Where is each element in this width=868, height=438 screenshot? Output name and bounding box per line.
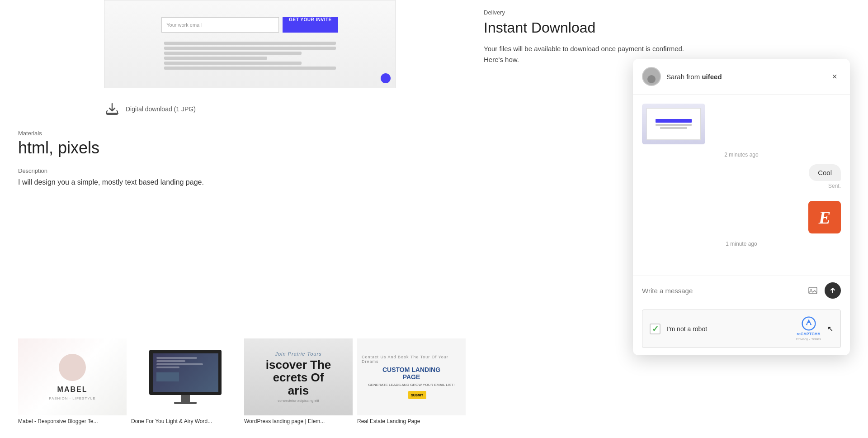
email-form-mock: Your work email GET YOUR INVITE: [161, 17, 338, 33]
materials-value: html, pixels: [18, 138, 448, 157]
digital-download-label: Digital download (1 JPG): [126, 105, 196, 113]
recaptcha-label: I'm not a robot: [667, 325, 790, 333]
attach-image-button[interactable]: [807, 284, 819, 297]
thumb-image-mabel: MABEL FASHION · LIFESTYLE: [18, 338, 127, 415]
thumb-line: [660, 127, 687, 129]
chat-header: Sarah from uifeed ×: [633, 59, 850, 95]
product-image: Your work email GET YOUR INVITE: [104, 0, 396, 88]
thumbnail-item[interactable]: Done For You Light & Airy Word...: [131, 338, 240, 425]
thumb-avatar: [59, 354, 86, 381]
text-line: [164, 57, 267, 60]
msg-thumb-inner: [646, 108, 701, 140]
main-content: Your work email GET YOUR INVITE Digital: [0, 0, 466, 438]
chat-overlay: Sarah from uifeed × 2 minutes ago Cool S…: [633, 59, 850, 355]
chat-sender-name: Sarah from uifeed: [666, 73, 722, 81]
thumb-line: [656, 124, 692, 126]
cursor-icon: ↖: [827, 324, 833, 333]
materials-section: Materials html, pixels: [18, 130, 448, 157]
recaptcha-logo-icon: [802, 316, 816, 331]
chat-body: 2 minutes ago Cool Sent. E 1 minute ago: [633, 95, 850, 276]
recaptcha-checkmark: ✓: [652, 324, 659, 334]
svg-point-4: [807, 323, 810, 325]
chat-input-area: [633, 276, 850, 305]
thumb-label: Real Estate Landing Page: [357, 418, 466, 425]
instant-download-title: Instant Download: [484, 19, 850, 36]
send-button[interactable]: [825, 282, 841, 299]
thumbnails-row: MABEL FASHION · LIFESTYLE Mabel - Respon…: [0, 338, 466, 438]
right-panel: Delivery Instant Download Your files wil…: [466, 0, 868, 438]
text-line: [164, 47, 336, 50]
text-line: [164, 67, 336, 70]
description-label: Description: [18, 167, 448, 174]
thumb-re-title: CUSTOM LANDINGPAGE: [382, 366, 440, 381]
timestamp: 2 minutes ago: [642, 152, 841, 158]
thumbnail-item[interactable]: Contact Us And Book The Tour Of Your Dre…: [357, 338, 466, 425]
avatar-inner: [643, 68, 660, 85]
thumb-label: Done For You Light & Airy Word...: [131, 418, 240, 425]
svg-point-2: [811, 289, 812, 290]
download-icon: [104, 101, 120, 117]
sent-label: Sent.: [828, 183, 841, 189]
avatar-head: [647, 75, 656, 83]
thumb-line: [656, 119, 692, 123]
message-bubble-cool: Cool: [809, 164, 841, 181]
message-e-logo: E: [808, 201, 841, 233]
monitor-mock: [149, 350, 222, 395]
recaptcha-brand-text: reCAPTCHA: [797, 332, 821, 336]
delivery-label: Delivery: [484, 9, 850, 16]
description-section: Description I will design you a simple, …: [18, 167, 448, 188]
materials-label: Materials: [18, 130, 448, 137]
timestamp2: 1 minute ago: [642, 241, 841, 247]
thumb-label: WordPress landing page | Elem...: [244, 418, 353, 425]
thumbnail-item[interactable]: Join Prairie Tours iscover Theecrets Ofa…: [244, 338, 353, 425]
recaptcha-checkbox[interactable]: ✓: [650, 324, 660, 334]
message-input[interactable]: [642, 287, 801, 295]
thumbnail-item[interactable]: MABEL FASHION · LIFESTYLE Mabel - Respon…: [18, 338, 127, 425]
e-letter: E: [819, 207, 831, 228]
recaptcha-area[interactable]: ✓ I'm not a robot reCAPTCHA Privacy - Te…: [642, 309, 841, 348]
thumb-image-wp: Join Prairie Tours iscover Theecrets Ofa…: [244, 338, 353, 415]
avatar: [642, 67, 661, 86]
thumb-image-done: [131, 338, 240, 415]
svg-rect-0: [106, 113, 118, 114]
description-text: I will design you a simple, mostly text …: [18, 177, 448, 188]
close-button[interactable]: ×: [828, 70, 841, 83]
text-lines-mock: [164, 42, 336, 71]
thumb-label: Mabel - Responsive Blogger Te...: [18, 418, 127, 425]
purple-dot-icon: [381, 73, 391, 83]
message-thumbnail: [642, 104, 705, 144]
email-button-mock: GET YOUR INVITE: [283, 17, 338, 33]
monitor-screen: [153, 353, 218, 392]
thumb-re-sub: GENERATE LEADS AND GROW YOUR EMAIL LIST!: [368, 383, 454, 387]
text-line: [164, 62, 302, 65]
thumb-subtitle: FASHION · LIFESTYLE: [49, 396, 95, 400]
recaptcha-logo-area: reCAPTCHA Privacy - Terms: [796, 316, 821, 341]
svg-rect-1: [809, 287, 817, 294]
text-line: [164, 42, 336, 45]
digital-download-section: Digital download (1 JPG): [104, 101, 448, 117]
thumb-title: MABEL: [57, 386, 88, 394]
recaptcha-terms-text: Privacy - Terms: [796, 337, 821, 341]
email-input-mock: Your work email: [161, 17, 279, 33]
thumb-image-realestate: Contact Us And Book The Tour Of Your Dre…: [357, 338, 466, 415]
text-line: [164, 52, 302, 55]
